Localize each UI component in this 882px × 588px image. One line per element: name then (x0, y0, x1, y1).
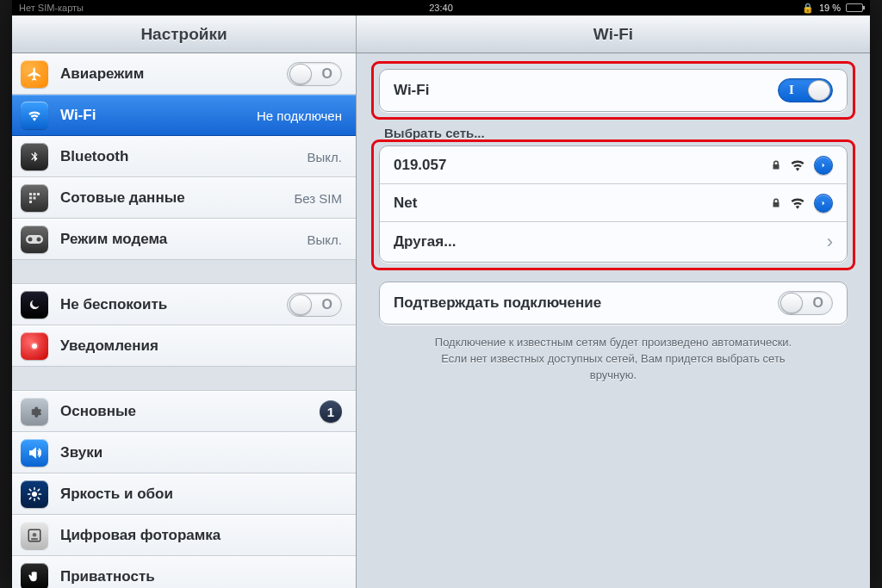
sidebar-item-label: Авиарежим (60, 65, 275, 83)
choose-network-header: Выбрать сеть... (384, 126, 842, 140)
sidebar-item-wifi[interactable]: Wi-Fi Не подключен (12, 95, 356, 136)
sidebar-item-privacy[interactable]: Приватность (12, 556, 356, 588)
sidebar-item-label: Уведомления (60, 337, 342, 355)
airplane-toggle[interactable] (287, 62, 342, 86)
wifi-signal-icon (790, 197, 805, 209)
notifications-icon (21, 332, 48, 360)
sidebar-item-label: Сотовые данные (60, 189, 282, 207)
status-bar: Нет SIM-карты 23:40 🔒 19 % (12, 0, 870, 15)
svg-point-4 (33, 533, 37, 537)
cellular-icon (21, 184, 48, 212)
ask-to-join-help: Подключение к известным сетям будет прои… (427, 335, 799, 384)
ask-to-join-label: Подтверждать подключение (394, 294, 601, 312)
svg-point-1 (32, 344, 37, 349)
sidebar-item-label: Не беспокоить (60, 296, 275, 313)
network-ssid: 019.057 (394, 157, 446, 174)
sidebar-item-label: Звуки (60, 444, 342, 461)
left-pane-title: Настройки (12, 15, 357, 53)
sidebar-item-label: Режим модема (60, 231, 295, 248)
sidebar-item-status: Выкл. (307, 232, 342, 247)
sidebar-item-bluetooth[interactable]: Bluetooth Выкл. (12, 136, 356, 177)
sidebar-item-general[interactable]: Основные 1 (12, 391, 356, 432)
hotspot-icon (21, 226, 48, 253)
sidebar-item-airplane[interactable]: Авиарежим (12, 53, 356, 95)
highlight-box: 019.057 (374, 142, 853, 268)
network-row-1[interactable]: Net (380, 184, 847, 222)
hand-icon (21, 563, 48, 588)
wifi-icon (21, 102, 48, 129)
moon-icon (21, 291, 48, 319)
sidebar-item-label: Wi-Fi (60, 107, 245, 124)
sidebar-item-label: Приватность (60, 568, 342, 585)
dnd-toggle[interactable] (287, 293, 342, 317)
highlight-box: Wi-Fi (374, 64, 853, 117)
section-divider (12, 260, 356, 284)
network-row-0[interactable]: 019.057 (380, 146, 847, 184)
sidebar-item-status: Без SIM (294, 191, 342, 206)
lock-icon (771, 159, 781, 171)
sidebar-item-hotspot[interactable]: Режим модема Выкл. (12, 219, 356, 260)
sidebar-item-cellular[interactable]: Сотовые данные Без SIM (12, 177, 356, 219)
right-pane-title: Wi-Fi (357, 15, 870, 53)
airplane-icon (21, 60, 48, 88)
sidebar-item-status: Выкл. (307, 150, 342, 164)
network-detail-button[interactable] (814, 194, 833, 213)
gear-icon (21, 398, 48, 425)
wifi-toggle[interactable] (778, 78, 833, 102)
sim-status: Нет SIM-карты (19, 3, 84, 13)
sidebar-item-pictureframe[interactable]: Цифровая фоторамка (12, 515, 356, 556)
speaker-icon (21, 439, 48, 467)
lock-icon (771, 197, 781, 209)
chevron-right-icon: › (827, 231, 833, 253)
lock-icon: 🔒 (802, 3, 814, 14)
network-ssid: Net (394, 195, 417, 212)
battery-label: 19 % (819, 3, 841, 13)
wifi-signal-icon (790, 159, 805, 171)
sidebar-item-sounds[interactable]: Звуки (12, 432, 356, 473)
sidebar-item-brightness[interactable]: Яркость и обои (12, 473, 356, 515)
bluetooth-icon (21, 143, 48, 170)
section-divider (12, 367, 356, 391)
pictureframe-icon (21, 522, 48, 549)
network-detail-button[interactable] (814, 156, 833, 175)
sidebar-item-label: Цифровая фоторамка (60, 527, 342, 544)
brightness-icon (21, 480, 48, 508)
ask-to-join-row[interactable]: Подтверждать подключение (380, 282, 847, 324)
ask-to-join-toggle[interactable] (778, 291, 833, 315)
svg-point-2 (32, 492, 37, 497)
sidebar-item-dnd[interactable]: Не беспокоить (12, 284, 356, 325)
wifi-detail: Wi-Fi Выбрать сеть... 019.057 (357, 53, 870, 588)
network-row-other[interactable]: Другая... › (380, 222, 847, 262)
sidebar-item-notifications[interactable]: Уведомления (12, 325, 356, 367)
sidebar-item-status: Не подключен (257, 108, 342, 123)
updates-badge: 1 (320, 400, 342, 423)
sidebar-item-label: Яркость и обои (60, 486, 342, 503)
battery-icon (846, 3, 863, 12)
network-other-label: Другая... (394, 233, 456, 251)
wifi-toggle-label: Wi-Fi (394, 82, 429, 99)
wifi-master-row[interactable]: Wi-Fi (380, 70, 847, 111)
sidebar-item-label: Основные (60, 403, 307, 420)
sidebar-item-label: Bluetooth (60, 148, 295, 165)
settings-sidebar: Авиарежим Wi-Fi Не подключен Bluetooth В… (12, 53, 357, 588)
clock: 23:40 (429, 3, 453, 13)
svg-rect-5 (31, 538, 38, 540)
